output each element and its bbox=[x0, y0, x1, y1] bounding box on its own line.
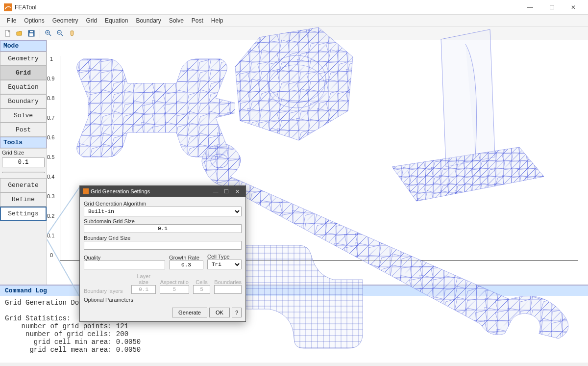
y-tick: 0.5 bbox=[47, 154, 54, 160]
svg-rect-3 bbox=[29, 33, 33, 36]
subdomain-gridsize-input[interactable] bbox=[84, 224, 242, 233]
mode-post[interactable]: Post bbox=[0, 123, 47, 137]
boundary-gridsize-label: Boundary Grid Size bbox=[84, 235, 242, 241]
window-title: FEATool bbox=[15, 4, 519, 11]
boundary-layers-label: Boundary layers bbox=[84, 281, 127, 294]
menu-grid[interactable]: Grid bbox=[82, 16, 101, 25]
menu-file[interactable]: File bbox=[3, 16, 20, 25]
window-titlebar: FEATool — ☐ ✕ bbox=[0, 0, 588, 15]
optional-parameters-label: Optional Parameters bbox=[84, 297, 242, 303]
grid-size-input[interactable]: 0.1 bbox=[2, 157, 45, 167]
mode-boundary[interactable]: Boundary bbox=[0, 94, 47, 108]
pan-hand-icon[interactable] bbox=[67, 28, 77, 38]
menu-equation[interactable]: Equation bbox=[101, 16, 132, 25]
mode-geometry[interactable]: Geometry bbox=[0, 52, 47, 66]
menu-help[interactable]: Help bbox=[207, 16, 227, 25]
boundaries-label: Boundaries bbox=[214, 279, 242, 285]
dialog-minimize-icon[interactable]: — bbox=[210, 188, 221, 194]
growth-rate-label: Growth Rate bbox=[169, 255, 203, 261]
aspect-ratio-input bbox=[160, 285, 189, 294]
y-tick: 0.3 bbox=[47, 193, 54, 199]
new-file-icon[interactable] bbox=[3, 28, 13, 38]
cell-type-label: Cell Type bbox=[207, 254, 242, 260]
generate-button[interactable]: Generate bbox=[0, 178, 47, 192]
grid-generation-settings-dialog: Grid Generation Settings — ☐ ✕ Grid Gene… bbox=[79, 185, 246, 322]
cells-input bbox=[193, 285, 211, 294]
mode-solve[interactable]: Solve bbox=[0, 108, 47, 123]
svg-line-6 bbox=[49, 34, 51, 36]
subdomain-gridsize-label: Subdomain Grid Size bbox=[84, 218, 242, 224]
y-tick: 0.2 bbox=[47, 213, 54, 219]
layer-size-label: Layer size bbox=[131, 273, 156, 285]
y-tick: 0.9 bbox=[47, 76, 54, 81]
cells-label: Cells bbox=[193, 279, 211, 285]
dialog-ok-button[interactable]: OK bbox=[209, 308, 230, 317]
y-tick: 0.8 bbox=[47, 95, 54, 101]
sidebar: Mode Geometry Grid Equation Boundary Sol… bbox=[0, 40, 47, 285]
dialog-help-button[interactable]: ? bbox=[232, 308, 242, 317]
y-axis bbox=[60, 56, 60, 260]
y-tick: 0.6 bbox=[47, 134, 54, 140]
algorithm-select[interactable]: Built-in bbox=[84, 207, 242, 216]
aspect-ratio-label: Aspect ratio bbox=[160, 279, 189, 285]
y-tick: 0.4 bbox=[47, 174, 54, 180]
algorithm-label: Grid Generation Algorithm bbox=[84, 201, 242, 207]
grid-size-label: Grid Size bbox=[0, 148, 47, 157]
quality-input[interactable] bbox=[84, 261, 165, 269]
menu-post[interactable]: Post bbox=[188, 16, 207, 25]
boundary-gridsize-input[interactable] bbox=[84, 241, 242, 250]
menu-bar: File Options Geometry Grid Equation Boun… bbox=[0, 15, 588, 26]
menu-solve[interactable]: Solve bbox=[165, 16, 188, 25]
dialog-close-icon[interactable]: ✕ bbox=[232, 188, 243, 195]
quality-label: Quality bbox=[84, 255, 165, 261]
mode-section-header: Mode bbox=[0, 40, 47, 52]
growth-rate-input[interactable] bbox=[169, 261, 203, 269]
dialog-generate-button[interactable]: Generate bbox=[172, 308, 207, 317]
close-button[interactable]: ✕ bbox=[563, 0, 584, 14]
svg-rect-12 bbox=[83, 188, 89, 194]
menu-boundary[interactable]: Boundary bbox=[132, 16, 165, 25]
y-tick: 1 bbox=[50, 56, 53, 62]
maximize-button[interactable]: ☐ bbox=[541, 0, 563, 14]
mode-equation[interactable]: Equation bbox=[0, 80, 47, 94]
layer-size-input bbox=[131, 285, 156, 294]
app-logo-icon bbox=[4, 3, 12, 11]
settings-button[interactable]: Settings bbox=[0, 207, 47, 221]
svg-line-10 bbox=[61, 34, 63, 36]
dialog-title: Grid Generation Settings bbox=[91, 188, 210, 194]
zoom-out-icon[interactable] bbox=[55, 28, 65, 38]
y-tick: 0.1 bbox=[47, 233, 54, 238]
svg-rect-4 bbox=[30, 31, 33, 32]
zoom-in-icon[interactable] bbox=[44, 28, 53, 38]
open-file-icon[interactable] bbox=[15, 28, 24, 38]
mode-grid[interactable]: Grid bbox=[0, 66, 47, 80]
save-file-icon[interactable] bbox=[26, 28, 36, 38]
dialog-logo-icon bbox=[83, 188, 89, 194]
refine-button[interactable]: Refine bbox=[0, 192, 47, 207]
cell-type-select[interactable]: Tri bbox=[207, 260, 242, 269]
boundaries-input bbox=[214, 285, 242, 294]
menu-options[interactable]: Options bbox=[20, 16, 48, 25]
y-tick: 0.7 bbox=[47, 115, 54, 121]
toolbar bbox=[0, 26, 588, 40]
minimize-button[interactable]: — bbox=[519, 0, 541, 14]
menu-geometry[interactable]: Geometry bbox=[49, 16, 82, 25]
dialog-titlebar[interactable]: Grid Generation Settings — ☐ ✕ bbox=[80, 186, 245, 197]
tools-section-header: Tools bbox=[0, 137, 47, 148]
grid-size-slider[interactable] bbox=[2, 169, 45, 175]
y-tick: 0 bbox=[50, 252, 53, 258]
dialog-maximize-icon[interactable]: ☐ bbox=[221, 188, 232, 195]
